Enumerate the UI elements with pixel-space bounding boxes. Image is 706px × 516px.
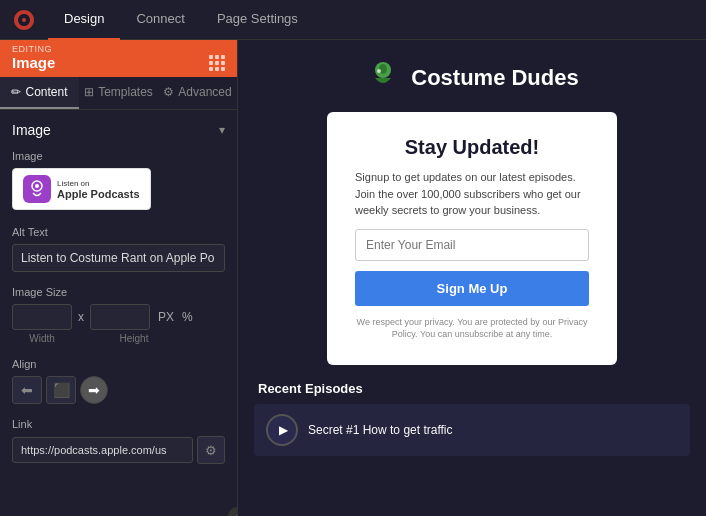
align-center-button[interactable]: ⬛ bbox=[46, 376, 76, 404]
left-panel: EDITING Image ✏ Content ⊞ Templates ⚙ bbox=[0, 40, 238, 516]
main-layout: EDITING Image ✏ Content ⊞ Templates ⚙ bbox=[0, 40, 706, 516]
width-sublabel: Width bbox=[12, 333, 72, 344]
brand-header: Costume Dudes bbox=[365, 60, 578, 96]
signup-button[interactable]: Sign Me Up bbox=[355, 271, 589, 306]
apple-podcasts-label: Apple Podcasts bbox=[57, 188, 140, 200]
listen-on-label: Listen on bbox=[57, 179, 140, 188]
align-left-icon: ⬅ bbox=[21, 382, 33, 398]
height-sublabel: Height bbox=[104, 333, 164, 344]
sub-tab-templates[interactable]: ⊞ Templates bbox=[79, 77, 158, 109]
section-title: Image bbox=[12, 122, 51, 138]
image-field: Image Listen on Apple Podcasts bbox=[12, 150, 225, 210]
play-icon: ▶ bbox=[279, 423, 288, 437]
card-title: Stay Updated! bbox=[355, 136, 589, 159]
image-size-label: Image Size bbox=[12, 286, 225, 298]
play-button[interactable]: ▶ bbox=[266, 414, 298, 446]
link-input-wrapper: ⚙ bbox=[12, 436, 225, 464]
grid-icon[interactable] bbox=[209, 55, 225, 71]
content-icon: ✏ bbox=[11, 85, 21, 99]
svg-point-3 bbox=[35, 184, 39, 188]
align-buttons: ⬅ ⬛ ➡ bbox=[12, 376, 225, 404]
size-row: x PX % bbox=[12, 304, 225, 330]
advanced-icon: ⚙ bbox=[163, 85, 174, 99]
alt-text-label: Alt Text bbox=[12, 226, 225, 238]
svg-rect-1 bbox=[23, 175, 51, 203]
unit-label: PX bbox=[158, 310, 174, 324]
top-nav: Design Connect Page Settings bbox=[0, 0, 706, 40]
size-sub-labels: Width Height bbox=[12, 333, 225, 344]
apple-podcast-text: Listen on Apple Podcasts bbox=[57, 179, 140, 200]
right-panel: Costume Dudes Stay Updated! Signup to ge… bbox=[238, 40, 706, 516]
align-label: Align bbox=[12, 358, 225, 370]
link-settings-button[interactable]: ⚙ bbox=[197, 436, 225, 464]
link-label: Link bbox=[12, 418, 225, 430]
panel-content: Image ▾ Image Listen o bbox=[0, 110, 237, 516]
svg-point-6 bbox=[377, 69, 381, 73]
templates-icon: ⊞ bbox=[84, 85, 94, 99]
sub-tab-advanced[interactable]: ⚙ Advanced bbox=[158, 77, 237, 109]
email-input[interactable] bbox=[355, 229, 589, 261]
brand-name: Costume Dudes bbox=[411, 65, 578, 91]
nav-tab-page-settings[interactable]: Page Settings bbox=[201, 0, 314, 40]
nav-tab-connect[interactable]: Connect bbox=[120, 0, 200, 40]
brand-logo-icon bbox=[365, 60, 401, 96]
signup-card: Stay Updated! Signup to get updates on o… bbox=[327, 112, 617, 365]
nav-tab-design[interactable]: Design bbox=[48, 0, 120, 40]
section-header: Image ▾ bbox=[12, 122, 225, 138]
align-center-icon: ⬛ bbox=[53, 382, 70, 398]
privacy-text: We respect your privacy. You are protect… bbox=[355, 316, 589, 341]
height-input[interactable] bbox=[90, 304, 150, 330]
align-section: Align ⬅ ⬛ ➡ bbox=[12, 358, 225, 404]
align-left-button[interactable]: ⬅ bbox=[12, 376, 42, 404]
editing-label: EDITING bbox=[12, 44, 225, 54]
recent-episodes-section: Recent Episodes ▶ Secret #1 How to get t… bbox=[254, 381, 690, 464]
episode-title: Secret #1 How to get traffic bbox=[308, 423, 453, 437]
preview-area: Costume Dudes Stay Updated! Signup to ge… bbox=[238, 40, 706, 516]
link-section: Link ⚙ bbox=[12, 418, 225, 464]
x-separator: x bbox=[78, 310, 84, 324]
image-label: Image bbox=[12, 150, 225, 162]
editing-element-name: Image bbox=[12, 54, 55, 71]
episode-item: ▶ Secret #1 How to get traffic bbox=[254, 404, 690, 456]
align-right-icon: ➡ bbox=[88, 382, 100, 398]
editing-title: Image bbox=[12, 54, 225, 71]
card-description: Signup to get updates on our latest epis… bbox=[355, 169, 589, 219]
image-size-section: Image Size x PX % Width Height bbox=[12, 286, 225, 344]
align-right-button[interactable]: ➡ bbox=[80, 376, 108, 404]
percent-label: % bbox=[182, 310, 193, 324]
apple-podcast-icon bbox=[23, 175, 51, 203]
sub-tabs: ✏ Content ⊞ Templates ⚙ Advanced bbox=[0, 77, 237, 110]
editing-bar: EDITING Image bbox=[0, 40, 237, 77]
width-input[interactable] bbox=[12, 304, 72, 330]
alt-text-input[interactable] bbox=[12, 244, 225, 272]
sub-tab-content[interactable]: ✏ Content bbox=[0, 77, 79, 109]
link-input[interactable] bbox=[12, 437, 193, 463]
chevron-down-icon[interactable]: ▾ bbox=[219, 123, 225, 137]
svg-point-0 bbox=[22, 18, 26, 22]
image-preview[interactable]: Listen on Apple Podcasts bbox=[12, 168, 151, 210]
recent-episodes-title: Recent Episodes bbox=[254, 381, 690, 396]
app-logo bbox=[12, 8, 36, 32]
alt-text-section: Alt Text bbox=[12, 226, 225, 272]
gear-icon: ⚙ bbox=[205, 443, 217, 458]
